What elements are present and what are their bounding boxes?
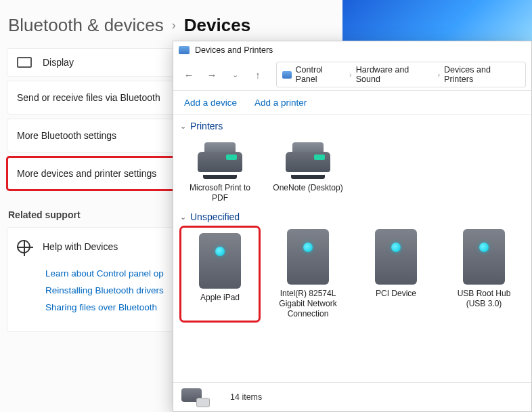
- help-label: Help with Devices: [43, 241, 118, 252]
- printers-grid: Microsoft Print to PDF OneNote (Desktop): [180, 134, 529, 210]
- globe-icon: [17, 240, 30, 253]
- window-title: Devices and Printers: [195, 45, 273, 55]
- device-item-onenote[interactable]: OneNote (Desktop): [271, 138, 345, 203]
- devices-printers-icon: [282, 71, 292, 79]
- device-label: Apple iPad: [200, 293, 240, 303]
- device-item-pci[interactable]: PCI Device: [359, 229, 433, 319]
- device-icon: [287, 229, 329, 285]
- device-item-ms-print-pdf[interactable]: Microsoft Print to PDF: [183, 138, 257, 203]
- chevron-right-icon: ›: [437, 70, 440, 79]
- settings-item-label: More devices and printer settings: [17, 168, 156, 179]
- device-icon: [463, 229, 505, 285]
- group-header-printers[interactable]: ⌄ Printers: [180, 121, 529, 131]
- breadcrumb-parent[interactable]: Bluetooth & devices: [8, 15, 164, 36]
- add-device-button[interactable]: Add a device: [184, 98, 237, 108]
- back-button[interactable]: ←: [179, 65, 199, 84]
- add-printer-button[interactable]: Add a printer: [254, 98, 307, 108]
- chevron-right-icon: ›: [349, 70, 352, 79]
- device-item-apple-ipad[interactable]: Apple iPad: [183, 229, 257, 319]
- device-label: Microsoft Print to PDF: [183, 183, 257, 203]
- device-item-intel-nic[interactable]: Intel(R) 82574L Gigabit Network Connecti…: [271, 229, 345, 319]
- window-titlebar[interactable]: Devices and Printers: [173, 41, 531, 59]
- device-icon: [199, 233, 241, 289]
- group-label: Unspecified: [190, 211, 240, 222]
- display-icon: [17, 57, 32, 68]
- device-label: Intel(R) 82574L Gigabit Network Connecti…: [271, 289, 345, 319]
- up-button[interactable]: ↑: [248, 65, 268, 84]
- recent-locations-button[interactable]: ⌄: [225, 65, 245, 84]
- address-segment[interactable]: Devices and Printers: [444, 65, 520, 84]
- content-area: ⌄ Printers Microsoft Print to PDF OneNot…: [173, 115, 531, 382]
- address-segment[interactable]: Hardware and Sound: [356, 65, 434, 84]
- chevron-down-icon: ⌄: [180, 122, 186, 131]
- status-icon: [181, 387, 210, 407]
- navigation-bar: ← → ⌄ ↑ Control Panel › Hardware and Sou…: [173, 59, 531, 91]
- breadcrumb-current: Devices: [184, 15, 250, 36]
- unspecified-grid: Apple iPad Intel(R) 82574L Gigabit Netwo…: [180, 225, 529, 326]
- printer-icon: [194, 138, 246, 179]
- devices-printers-icon: [179, 46, 190, 54]
- address-segment[interactable]: Control Panel: [296, 65, 346, 84]
- device-label: PCI Device: [376, 289, 416, 299]
- devices-and-printers-window: Devices and Printers ← → ⌄ ↑ Control Pan…: [173, 41, 532, 412]
- device-label: USB Root Hub (USB 3.0): [447, 289, 521, 309]
- settings-item-label: More Bluetooth settings: [17, 130, 116, 141]
- status-count: 14 items: [230, 392, 262, 402]
- chevron-right-icon: ›: [172, 18, 176, 33]
- settings-item-label: Display: [43, 57, 74, 68]
- address-bar[interactable]: Control Panel › Hardware and Sound › Dev…: [276, 62, 526, 87]
- printer-icon: [282, 138, 334, 179]
- device-icon: [375, 229, 417, 285]
- toolbar: Add a device Add a printer: [173, 91, 531, 115]
- chevron-down-icon: ⌄: [180, 213, 186, 222]
- forward-button[interactable]: →: [202, 65, 222, 84]
- device-item-usb-root-hub[interactable]: USB Root Hub (USB 3.0): [447, 229, 521, 319]
- settings-item-label: Send or receive files via Bluetooth: [17, 92, 160, 103]
- status-bar: 14 items: [173, 382, 531, 411]
- group-label: Printers: [190, 121, 223, 131]
- device-label: OneNote (Desktop): [273, 183, 342, 193]
- group-header-unspecified[interactable]: ⌄ Unspecified: [180, 211, 529, 222]
- desktop-wallpaper: [342, 0, 532, 41]
